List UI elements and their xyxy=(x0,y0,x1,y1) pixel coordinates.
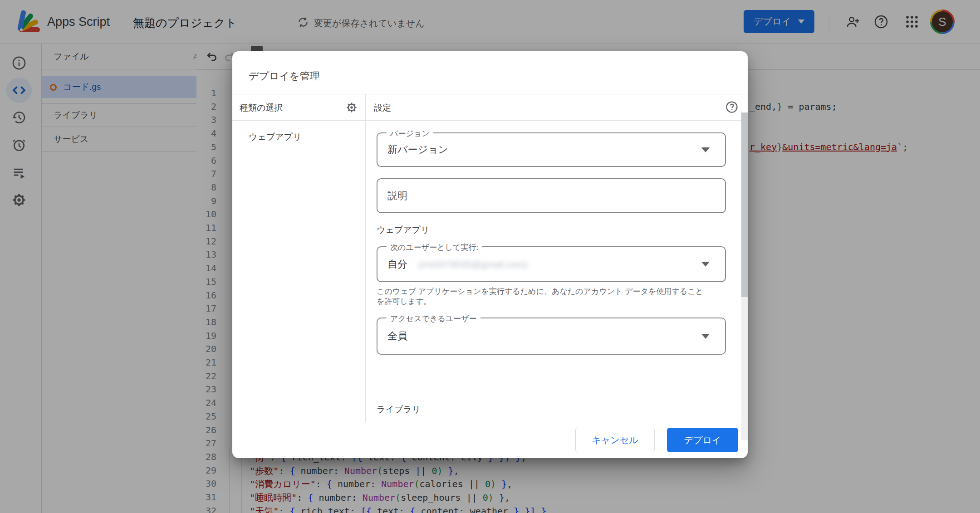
dropdown-arrow-icon xyxy=(701,334,710,339)
dropdown-arrow-icon xyxy=(701,147,710,152)
footer-divider xyxy=(232,422,748,422)
version-value: 新バージョン xyxy=(387,143,448,156)
masked-email: (ms0079535@gmail.com) xyxy=(418,259,528,270)
dialog-scrollbar-thumb[interactable] xyxy=(741,112,748,297)
version-select[interactable]: バージョン 新バージョン xyxy=(377,132,726,167)
config-panel-header: 設定 xyxy=(374,102,391,114)
dialog-title: デプロイを管理 xyxy=(249,69,320,83)
libraries-section-heading: ライブラリ xyxy=(377,404,421,415)
who-has-access-value: 全員 xyxy=(387,329,407,343)
manage-deployments-dialog: デプロイを管理 種類の選択 ウェブアプリ 設定 xyxy=(232,51,748,458)
config-help-icon[interactable] xyxy=(725,100,739,114)
version-label: バージョン xyxy=(387,128,433,139)
type-settings-gear-icon[interactable] xyxy=(345,101,358,114)
dialog-divider xyxy=(232,94,748,94)
helper-line-1: このウェブ アプリケーションを実行するために、あなたのアカウント データを使用す… xyxy=(377,287,703,297)
dialog-divider xyxy=(232,120,748,121)
execute-as-value: 自分 xyxy=(387,258,407,271)
type-panel-header: 種類の選択 xyxy=(240,102,283,114)
webapp-section-heading: ウェブアプリ xyxy=(377,224,430,236)
execute-as-label: 次のユーザーとして実行: xyxy=(387,242,482,253)
dialog-panel-divider xyxy=(365,94,366,422)
cancel-button[interactable]: キャンセル xyxy=(575,428,655,452)
who-has-access-label: アクセスできるユーザー xyxy=(387,313,480,324)
execute-as-helper: このウェブ アプリケーションを実行するために、あなたのアカウント データを使用す… xyxy=(377,287,703,307)
deployment-type-webapp[interactable]: ウェブアプリ xyxy=(249,131,302,143)
dialog-scrollbar[interactable] xyxy=(741,112,748,440)
description-input[interactable]: 説明 xyxy=(377,178,726,213)
execute-as-select[interactable]: 次のユーザーとして実行: 自分 (ms0079535@gmail.com) xyxy=(377,246,726,282)
helper-line-2: を許可します。 xyxy=(377,297,703,307)
apps-script-window: Apps Script 無題のプロジェクト 変更が保存されていません デプロイ xyxy=(0,0,980,513)
description-placeholder: 説明 xyxy=(387,189,407,203)
dropdown-arrow-icon xyxy=(701,262,710,267)
deploy-button[interactable]: デプロイ xyxy=(667,428,738,452)
who-has-access-select[interactable]: アクセスできるユーザー 全員 xyxy=(377,318,726,355)
